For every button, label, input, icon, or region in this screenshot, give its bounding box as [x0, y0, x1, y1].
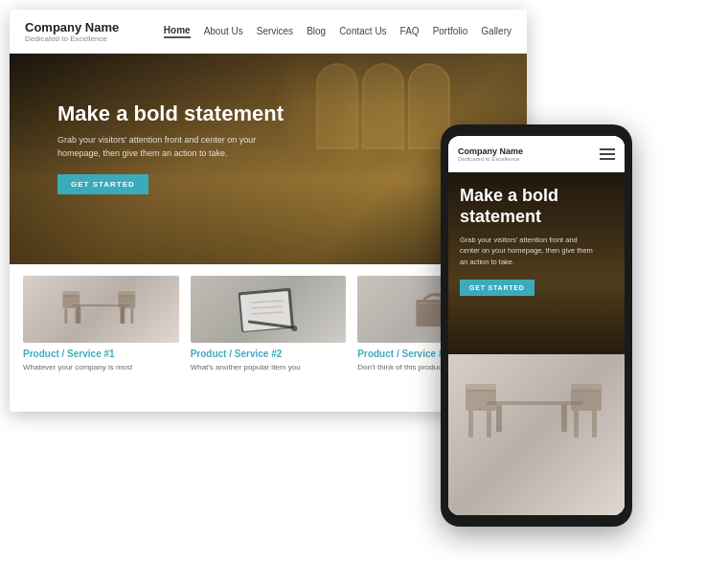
svg-rect-7 — [118, 295, 135, 308]
mobile-brand-tagline: Dedicated to Excellence — [458, 156, 523, 162]
nav-item-portfolio[interactable]: Portfolio — [433, 26, 468, 36]
desktop-brand-tagline: Dedicated to Excellence — [25, 34, 119, 43]
desktop-header: Company Name Dedicated to Excellence Hom… — [10, 10, 527, 54]
mobile-hero-content: Make a bold statement Grab your visitors… — [460, 186, 594, 296]
product-card-2: Product / Service #2 What's another popu… — [191, 276, 347, 372]
nav-item-faq[interactable]: FAQ — [400, 26, 420, 36]
mobile-product-image — [448, 354, 625, 515]
nav-item-gallery[interactable]: Gallery — [481, 26, 512, 36]
desktop-brand-name: Company Name — [25, 20, 119, 34]
svg-rect-34 — [571, 384, 602, 392]
svg-rect-5 — [75, 308, 78, 324]
hero-cta-button[interactable]: GET STARTED — [57, 174, 148, 194]
nav-item-about[interactable]: About Us — [204, 26, 243, 36]
mobile-hero: Make a bold statement Grab your visitors… — [448, 172, 625, 354]
svg-rect-10 — [118, 291, 135, 297]
product-desc-1: Whatever your company is most — [23, 362, 179, 372]
hamburger-line-1 — [600, 148, 615, 150]
svg-rect-28 — [468, 411, 473, 438]
nav-item-services[interactable]: Services — [257, 26, 293, 36]
svg-rect-3 — [62, 295, 80, 308]
svg-rect-30 — [466, 384, 496, 392]
svg-rect-32 — [574, 411, 579, 438]
product-desc-2: What's another popular item you — [191, 362, 347, 372]
mobile-hero-subtitle: Grab your visitors' attention front and … — [460, 235, 594, 267]
nav-item-blog[interactable]: Blog — [307, 26, 326, 36]
svg-rect-19 — [419, 303, 444, 304]
svg-point-17 — [291, 326, 297, 331]
product-title-2[interactable]: Product / Service #2 — [191, 349, 347, 359]
mobile-mockup: Company Name Dedicated to Excellence Mak… — [441, 124, 632, 527]
svg-rect-6 — [62, 291, 80, 297]
hamburger-line-2 — [600, 153, 615, 155]
mobile-brand: Company Name Dedicated to Excellence — [458, 146, 523, 162]
page-wrapper: Company Name Dedicated to Excellence Hom… — [0, 0, 728, 563]
svg-rect-24 — [487, 401, 582, 405]
mobile-inner: Company Name Dedicated to Excellence Mak… — [448, 136, 625, 515]
nav-item-contact[interactable]: Contact Us — [339, 26, 386, 36]
nav-item-home[interactable]: Home — [164, 25, 191, 38]
svg-rect-27 — [466, 390, 496, 411]
svg-rect-33 — [592, 411, 597, 438]
svg-rect-29 — [487, 411, 491, 438]
mobile-hero-title: Make a bold statement — [460, 186, 594, 227]
mobile-header: Company Name Dedicated to Excellence — [448, 136, 625, 172]
product-image-2 — [191, 276, 347, 343]
hero-subtitle: Grab your visitors' attention front and … — [57, 134, 268, 160]
svg-rect-26 — [561, 405, 567, 432]
desktop-brand: Company Name Dedicated to Excellence — [25, 20, 119, 43]
product-title-1[interactable]: Product / Service #1 — [23, 349, 179, 359]
hero-content: Make a bold statement Grab your visitors… — [57, 101, 284, 194]
svg-rect-25 — [496, 405, 502, 432]
svg-rect-9 — [130, 308, 133, 324]
hamburger-line-3 — [600, 158, 615, 160]
product-image-1 — [23, 276, 179, 343]
desktop-nav: Home About Us Services Blog Contact Us F… — [164, 25, 512, 38]
product-card-1: Product / Service #1 Whatever your compa… — [23, 276, 179, 372]
mobile-product-preview — [448, 354, 625, 515]
svg-rect-8 — [120, 308, 123, 324]
hero-title: Make a bold statement — [57, 101, 284, 126]
svg-rect-4 — [64, 308, 67, 324]
hamburger-menu-button[interactable] — [600, 148, 615, 160]
mobile-hero-cta-button[interactable]: GET STARTED — [460, 280, 535, 296]
svg-rect-31 — [571, 390, 602, 411]
mobile-brand-name: Company Name — [458, 146, 523, 156]
